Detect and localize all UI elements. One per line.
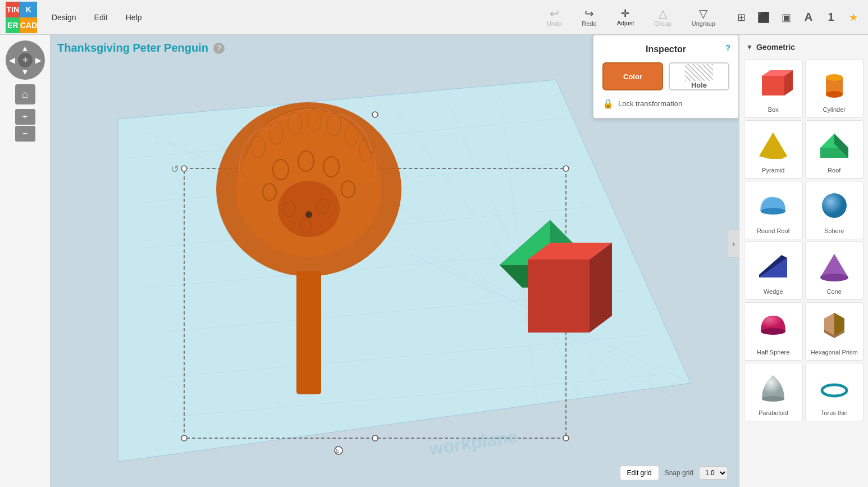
lock-icon: 🔒 [602,98,614,109]
shape-canvas-half-sphere [753,307,793,347]
shape-label-hexagonal-prism: Hexagonal Prism [811,349,858,356]
ungroup-label: Ungroup [692,20,715,27]
section-triangle: ▼ [746,43,753,51]
bottom-controls: Edit grid Snap grid 1.0 0.5 2.0 [620,466,728,480]
shape-label-sphere: Sphere [824,227,844,234]
canvas-area[interactable]: ↻ ↺ [51,35,739,487]
shape-label-cylinder: Cylinder [823,106,846,113]
color-button[interactable]: Color [602,62,663,90]
lock-transform[interactable]: 🔒 Lock transformation [602,98,729,109]
nav-edit[interactable]: Edit [85,8,117,26]
nav-center[interactable]: ✛ [18,53,33,67]
shape-roof[interactable]: Roof [805,120,864,179]
shape-label-cone: Cone [827,288,842,295]
ungroup-button[interactable]: ▽ Ungroup [686,6,721,29]
logo[interactable]: TIN K ER CAD [6,2,37,33]
logo-er: ER [6,17,20,33]
shape-wedge[interactable]: Wedge [744,242,803,300]
undo-button[interactable]: ↩ Undo [541,6,567,29]
grid-view-icon[interactable]: ⊞ [732,8,750,26]
zoom-buttons: + − [15,109,35,142]
snap-grid-select[interactable]: 1.0 0.5 2.0 [699,466,728,480]
shape-cylinder[interactable]: Cylinder [805,60,864,118]
hole-button[interactable]: Hole [669,62,729,90]
group-label: Group [654,20,671,27]
shape-canvas-torus-thin [815,368,854,407]
redo-button[interactable]: ↪ Redo [576,6,602,29]
group-button[interactable]: △ Group [648,6,677,29]
red-box [528,243,612,333]
svg-point-19 [181,166,187,171]
shapes-grid: Box Cylinder [744,60,864,421]
star-icon[interactable]: ★ [844,8,862,26]
hole-pattern [685,64,713,81]
shape-label-round-roof: Round Roof [757,227,790,234]
shape-paraboloid[interactable]: Paraboloid [744,363,803,421]
inspector-buttons: Color Hole [602,62,729,90]
undo-icon: ↩ [550,8,559,19]
hole-label: Hole [691,81,707,89]
svg-text:↺: ↺ [171,163,179,175]
nav-right[interactable]: ▶ [35,56,42,65]
shape-canvas-cylinder [815,65,854,104]
number-icon[interactable]: 1 [822,8,840,26]
svg-text:↻: ↻ [335,448,340,454]
nav-up[interactable]: ▲ [21,44,29,53]
shape-pyramid[interactable]: Pyramid [744,120,803,179]
snap-grid-label: Snap grid [665,469,693,477]
edit-grid-button[interactable]: Edit grid [620,466,659,480]
shape-sphere[interactable]: Sphere [805,181,864,239]
shape-label-box: Box [768,106,779,113]
shape-half-sphere[interactable]: Half Sphere [744,302,803,361]
zoom-out-button[interactable]: − [15,126,35,142]
main: ▲ ▼ ◀ ▶ ✛ ⌂ + − [0,35,868,487]
svg-marker-63 [759,133,787,159]
adjust-label: Adjust [617,20,634,26]
shaded-view-icon[interactable]: ▣ [777,8,795,26]
svg-point-60 [826,74,843,81]
svg-rect-33 [296,271,321,394]
svg-point-61 [826,91,843,98]
topbar: TIN K ER CAD Design Edit Help ↩ Undo ↪ R… [0,0,868,35]
adjust-button[interactable]: ✛ Adjust [611,6,640,29]
inspector-title: Inspector [602,44,729,54]
shape-label-paraboloid: Paraboloid [759,409,788,416]
redo-label: Redo [582,20,596,27]
nav-help[interactable]: Help [117,8,151,26]
inspector-help-button[interactable]: ? [725,43,730,52]
shape-round-roof[interactable]: Round Roof [744,181,803,239]
svg-point-80 [822,385,847,396]
toolbar-actions: ↩ Undo ↪ Redo ✛ Adjust △ Group ▽ Ungroup [541,6,721,29]
nav-down[interactable]: ▼ [21,67,29,76]
shape-canvas-box [753,65,793,104]
inspector-panel: Inspector Color Hole 🔒 Lock transformati… [593,35,739,119]
svg-point-67 [761,208,785,215]
shape-cone[interactable]: Cone [805,242,864,300]
nav-design[interactable]: Design [43,8,85,26]
svg-point-31 [278,181,340,237]
top-right-icons: ⊞ ⬛ ▣ A 1 ★ [732,8,862,26]
shape-canvas-sphere [815,186,854,225]
shape-canvas-hexagonal-prism [815,307,854,347]
shape-label-wedge: Wedge [764,288,783,295]
section-title: Geometric [756,43,795,52]
project-title: Thanksgiving Peter Penguin [57,42,208,54]
help-button[interactable]: ? [213,43,225,54]
shape-torus-thin[interactable]: Torus thin [805,363,864,421]
text-icon[interactable]: A [800,8,817,26]
shape-hexagonal-prism[interactable]: Hexagonal Prism [805,302,864,361]
right-panel-toggle[interactable]: › [728,230,739,258]
shape-label-torus-thin: Torus thin [821,409,848,416]
nav-left[interactable]: ◀ [9,56,15,65]
left-panel: ▲ ▼ ◀ ▶ ✛ ⌂ + − [0,35,51,487]
shape-label-pyramid: Pyramid [762,167,784,174]
shape-box[interactable]: Box [744,60,803,118]
home-button[interactable]: ⌂ [15,84,35,104]
undo-label: Undo [547,20,561,27]
redo-icon: ↪ [584,8,594,19]
cube-view-icon[interactable]: ⬛ [755,8,773,26]
lock-label: Lock transformation [618,99,682,108]
svg-marker-56 [762,76,784,95]
svg-point-21 [181,435,187,441]
zoom-in-button[interactable]: + [15,109,35,125]
